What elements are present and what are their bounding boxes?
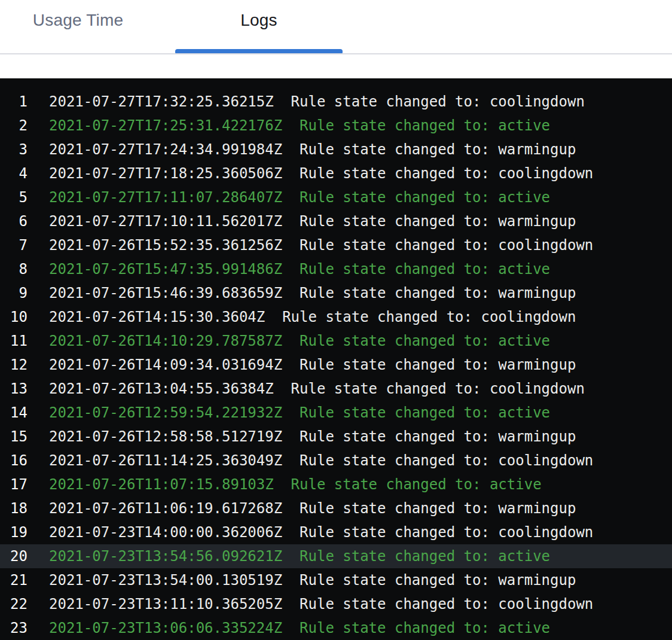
line-text: 2021-07-26T12:59:54.221932Z Rule state c… [49,404,550,421]
line-number: 14 [0,404,28,421]
line-number: 20 [0,548,28,565]
log-row[interactable]: 21 2021-07-23T13:54:00.130519Z Rule stat… [0,568,672,592]
tab-usage-time[interactable]: Usage Time [0,0,156,53]
line-text: 2021-07-26T12:58:58.512719Z Rule state c… [49,428,576,445]
tab-logs[interactable]: Logs [175,0,343,53]
line-text: 2021-07-26T14:15:30.3604Z Rule state cha… [49,309,576,325]
log-row[interactable]: 17 2021-07-26T11:07:15.89103Z Rule state… [0,473,672,496]
log-row[interactable]: 11 2021-07-26T14:10:29.787587Z Rule stat… [0,329,672,353]
line-text: 2021-07-26T14:09:34.031694Z Rule state c… [49,356,576,373]
line-text: 2021-07-26T15:46:39.683659Z Rule state c… [49,285,576,301]
tab-logs-label: Logs [240,11,277,30]
line-text: 2021-07-26T11:07:15.89103Z Rule state ch… [49,476,542,493]
log-row[interactable]: 13 2021-07-26T13:04:55.36384Z Rule state… [0,377,672,401]
line-text: 2021-07-26T11:06:19.617268Z Rule state c… [49,500,576,517]
line-number: 2 [0,117,28,134]
log-row[interactable]: 20 2021-07-23T13:54:56.092621Z Rule stat… [0,544,672,568]
line-number: 23 [0,620,28,636]
line-text: 2021-07-23T13:06:06.335224Z Rule state c… [49,620,550,636]
line-text: 2021-07-23T14:00:00.362006Z Rule state c… [49,524,593,541]
line-number: 7 [0,237,28,254]
tab-usage-time-label: Usage Time [33,11,123,30]
tab-bar: Usage Time Logs [0,0,672,54]
line-text: 2021-07-27T17:18:25.360506Z Rule state c… [49,165,593,182]
line-text: 2021-07-23T13:54:00.130519Z Rule state c… [49,572,576,589]
line-number: 10 [0,309,28,325]
line-text: 2021-07-26T13:04:55.36384Z Rule state ch… [49,380,585,397]
log-row[interactable]: 16 2021-07-26T11:14:25.363049Z Rule stat… [0,449,672,473]
log-row[interactable]: 2 2021-07-27T17:25:31.422176Z Rule state… [0,114,672,138]
line-number: 15 [0,428,28,445]
log-row[interactable]: 3 2021-07-27T17:24:34.991984Z Rule state… [0,138,672,161]
line-number: 3 [0,141,28,158]
log-row[interactable]: 18 2021-07-26T11:06:19.617268Z Rule stat… [0,496,672,520]
line-text: 2021-07-23T13:11:10.365205Z Rule state c… [49,596,593,612]
line-text: 2021-07-27T17:25:31.422176Z Rule state c… [49,117,550,134]
line-text: 2021-07-27T17:32:25.36215Z Rule state ch… [49,93,585,110]
log-row[interactable]: 19 2021-07-23T14:00:00.362006Z Rule stat… [0,520,672,544]
log-row[interactable]: 22 2021-07-23T13:11:10.365205Z Rule stat… [0,592,672,616]
log-row[interactable]: 7 2021-07-26T15:52:35.361256Z Rule state… [0,233,672,257]
line-number: 12 [0,356,28,373]
line-text: 2021-07-27T17:11:07.286407Z Rule state c… [49,189,550,206]
log-row[interactable]: 8 2021-07-26T15:47:35.991486Z Rule state… [0,257,672,281]
line-text: 2021-07-27T17:24:34.991984Z Rule state c… [49,141,576,158]
line-number: 5 [0,189,28,206]
line-number: 9 [0,285,28,301]
log-row[interactable]: 5 2021-07-27T17:11:07.286407Z Rule state… [0,185,672,209]
log-row[interactable]: 14 2021-07-26T12:59:54.221932Z Rule stat… [0,401,672,425]
line-text: 2021-07-26T11:14:25.363049Z Rule state c… [49,452,593,469]
log-row[interactable]: 23 2021-07-23T13:06:06.335224Z Rule stat… [0,616,672,640]
line-text: 2021-07-27T17:10:11.562017Z Rule state c… [49,213,576,230]
log-panel: 1 2021-07-27T17:32:25.36215Z Rule state … [0,78,672,640]
line-text: 2021-07-26T15:52:35.361256Z Rule state c… [49,237,593,254]
log-row[interactable]: 4 2021-07-27T17:18:25.360506Z Rule state… [0,161,672,185]
line-number: 22 [0,596,28,612]
active-tab-indicator [175,49,343,53]
line-number: 8 [0,261,28,278]
log-row[interactable]: 9 2021-07-26T15:46:39.683659Z Rule state… [0,281,672,305]
log-row[interactable]: 12 2021-07-26T14:09:34.031694Z Rule stat… [0,353,672,377]
line-number: 19 [0,524,28,541]
line-number: 18 [0,500,28,517]
log-row[interactable]: 1 2021-07-27T17:32:25.36215Z Rule state … [0,90,672,114]
line-number: 17 [0,476,28,493]
line-number: 16 [0,452,28,469]
line-text: 2021-07-26T14:10:29.787587Z Rule state c… [49,333,550,349]
log-row[interactable]: 10 2021-07-26T14:15:30.3604Z Rule state … [0,305,672,329]
log-row[interactable]: 15 2021-07-26T12:58:58.512719Z Rule stat… [0,425,672,449]
line-number: 21 [0,572,28,589]
line-number: 13 [0,380,28,397]
line-number: 4 [0,165,28,182]
line-number: 1 [0,93,28,110]
line-text: 2021-07-23T13:54:56.092621Z Rule state c… [49,548,550,565]
line-text: 2021-07-26T15:47:35.991486Z Rule state c… [49,261,550,278]
line-number: 11 [0,333,28,349]
log-row[interactable]: 6 2021-07-27T17:10:11.562017Z Rule state… [0,209,672,233]
line-number: 6 [0,213,28,230]
